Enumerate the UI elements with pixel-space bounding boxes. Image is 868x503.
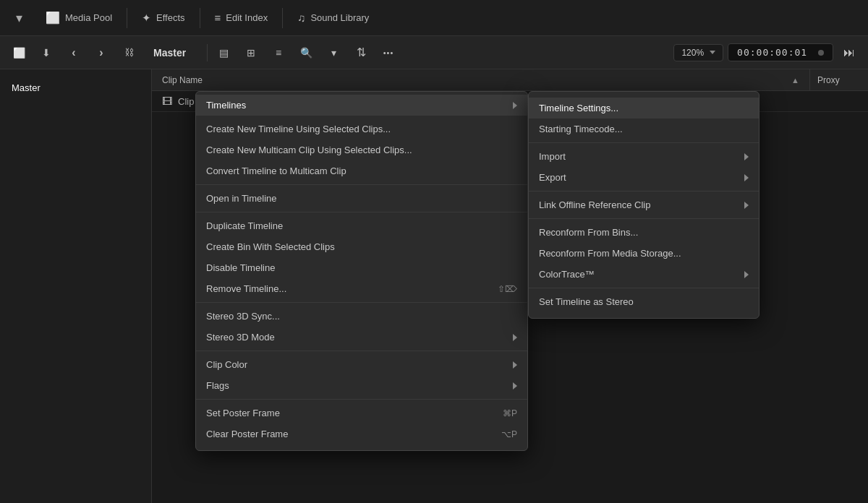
timecode-value: 00:00:00:01 xyxy=(737,47,807,58)
remove-timeline-label: Remove Timeline... xyxy=(206,283,483,294)
link-icon: ⛓ xyxy=(124,47,134,58)
timelines-menu-item[interactable]: Timelines xyxy=(196,95,527,116)
create-multicam-item[interactable]: Create New Multicam Clip Using Selected … xyxy=(196,139,527,160)
effects-icon: ✦ xyxy=(142,12,151,25)
menu-section-5: Clip Color Flags xyxy=(196,351,527,400)
more-btn[interactable]: ••• xyxy=(377,43,400,63)
clear-poster-item[interactable]: Clear Poster Frame ⌥P xyxy=(196,424,527,444)
link-btn[interactable]: ⛓ xyxy=(117,43,140,63)
search-btn[interactable]: 🔍 xyxy=(294,43,318,63)
clip-color-label: Clip Color xyxy=(206,359,513,370)
secondary-section-5: Set Timeline as Stereo xyxy=(529,288,759,315)
top-nav: ▾ ⬜ Media Pool ✦ Effects ≡ Edit Index ♫ … xyxy=(0,0,868,36)
go-to-end-btn[interactable]: ⏭ xyxy=(838,43,861,63)
create-multicam-label: Create New Multicam Clip Using Selected … xyxy=(206,145,517,155)
sidebar: Master xyxy=(0,69,152,503)
view-list-btn[interactable]: ▤ xyxy=(212,43,235,63)
clear-poster-label: Clear Poster Frame xyxy=(206,429,487,439)
set-poster-item[interactable]: Set Poster Frame ⌘P xyxy=(196,403,527,424)
flags-item[interactable]: Flags xyxy=(196,375,527,396)
timelines-arrow-icon xyxy=(513,102,517,109)
panel-icon: ⬜ xyxy=(13,47,25,59)
remove-timeline-item[interactable]: Remove Timeline... ⇧⌦ xyxy=(196,278,527,299)
create-timeline-item[interactable]: Create New Timeline Using Selected Clips… xyxy=(196,119,527,139)
context-menu-overlay: Timelines Create New Timeline Using Sele… xyxy=(152,69,868,503)
starting-timecode-item[interactable]: Starting Timecode... xyxy=(529,119,759,139)
sidebar-item-label: Master xyxy=(12,82,41,93)
link-offline-arrow-icon xyxy=(744,202,749,209)
create-bin-item[interactable]: Create Bin With Selected Clips xyxy=(196,236,527,257)
duplicate-timeline-item[interactable]: Duplicate Timeline xyxy=(196,215,527,236)
sort-btn[interactable]: ⇅ xyxy=(349,43,373,63)
view-detail-icon: ≡ xyxy=(276,47,281,59)
colortrace-arrow-icon xyxy=(744,271,749,278)
layout-icon: ⬇ xyxy=(42,47,51,59)
prev-icon: ‹ xyxy=(72,46,75,59)
nav-sep-1 xyxy=(127,8,127,28)
disable-timeline-item[interactable]: Disable Timeline xyxy=(196,257,527,278)
timecode-dot xyxy=(818,50,824,56)
export-item[interactable]: Export xyxy=(529,167,759,188)
view-grid-btn[interactable]: ⊞ xyxy=(239,43,263,63)
search-dropdown-icon: ▾ xyxy=(331,47,336,59)
export-label: Export xyxy=(539,172,744,183)
set-stereo-label: Set Timeline as Stereo xyxy=(539,296,749,307)
clip-color-arrow-icon xyxy=(513,361,517,369)
view-list-icon: ▤ xyxy=(219,47,229,59)
primary-context-menu[interactable]: Timelines Create New Timeline Using Sele… xyxy=(195,91,528,451)
zoom-control[interactable]: 120% xyxy=(673,44,723,61)
duplicate-timeline-label: Duplicate Timeline xyxy=(206,220,517,231)
reconform-storage-item[interactable]: Reconform From Media Storage... xyxy=(529,243,759,264)
edit-index-icon: ≡ xyxy=(215,12,221,24)
reconform-storage-label: Reconform From Media Storage... xyxy=(539,248,749,259)
convert-multicam-item[interactable]: Convert Timeline to Multicam Clip xyxy=(196,160,527,181)
timeline-settings-item[interactable]: Timeline Settings... xyxy=(529,98,759,119)
reconform-bins-label: Reconform From Bins... xyxy=(539,227,749,238)
timeline-settings-label: Timeline Settings... xyxy=(539,103,749,113)
secondary-section-1: Timeline Settings... Starting Timecode..… xyxy=(529,95,759,143)
menu-section-4: Stereo 3D Sync... Stereo 3D Mode xyxy=(196,303,527,351)
remove-timeline-shortcut: ⇧⌦ xyxy=(498,284,517,294)
secondary-context-menu[interactable]: Timeline Settings... Starting Timecode..… xyxy=(528,91,760,319)
stereo-mode-item[interactable]: Stereo 3D Mode xyxy=(196,327,527,348)
clear-poster-shortcut: ⌥P xyxy=(501,429,517,439)
panel-layout-btn[interactable]: ⬇ xyxy=(35,43,58,63)
view-detail-btn[interactable]: ≡ xyxy=(267,43,290,63)
search-dropdown-btn[interactable]: ▾ xyxy=(322,43,345,63)
sound-library-label: Sound Library xyxy=(310,12,369,23)
set-poster-shortcut: ⌘P xyxy=(503,408,517,418)
starting-timecode-label: Starting Timecode... xyxy=(539,124,749,134)
nav-dropdown[interactable]: ▾ xyxy=(6,5,33,31)
menu-section-6: Set Poster Frame ⌘P Clear Poster Frame ⌥… xyxy=(196,400,527,447)
timecode-display: 00:00:00:01 xyxy=(728,43,833,61)
effects-label: Effects xyxy=(156,12,185,23)
stereo-mode-label: Stereo 3D Mode xyxy=(206,332,513,343)
more-icon: ••• xyxy=(383,48,394,57)
nav-media-pool[interactable]: ⬜ Media Pool xyxy=(35,5,122,31)
link-offline-item[interactable]: Link Offline Reference Clip xyxy=(529,194,759,215)
sidebar-item-master[interactable]: Master xyxy=(0,77,151,99)
nav-sep-3 xyxy=(282,8,283,28)
secondary-section-2: Import Export xyxy=(529,143,759,192)
flags-label: Flags xyxy=(206,380,513,391)
go-to-end-icon: ⏭ xyxy=(843,46,855,59)
set-stereo-item[interactable]: Set Timeline as Stereo xyxy=(529,291,759,312)
next-btn[interactable]: › xyxy=(90,43,113,63)
nav-sound-library[interactable]: ♫ Sound Library xyxy=(287,5,379,31)
search-icon: 🔍 xyxy=(300,47,312,59)
flags-arrow-icon xyxy=(513,382,517,390)
import-item[interactable]: Import xyxy=(529,146,759,167)
stereo-sync-item[interactable]: Stereo 3D Sync... xyxy=(196,306,527,327)
clip-color-item[interactable]: Clip Color xyxy=(196,354,527,375)
main-content: Master Clip Name ▲ Proxy 🎞 Clip T xyxy=(0,69,868,503)
dropdown-icon: ▾ xyxy=(16,10,22,26)
nav-edit-index[interactable]: ≡ Edit Index xyxy=(205,5,278,31)
colortrace-item[interactable]: ColorTrace™ xyxy=(529,264,759,285)
nav-effects[interactable]: ✦ Effects xyxy=(132,5,195,31)
reconform-bins-item[interactable]: Reconform From Bins... xyxy=(529,222,759,243)
panel-toggle-btn[interactable]: ⬜ xyxy=(7,43,30,63)
open-timeline-item[interactable]: Open in Timeline xyxy=(196,188,527,209)
prev-btn[interactable]: ‹ xyxy=(62,43,85,63)
clip-icon: 🎞 xyxy=(162,95,172,107)
colortrace-label: ColorTrace™ xyxy=(539,269,744,280)
